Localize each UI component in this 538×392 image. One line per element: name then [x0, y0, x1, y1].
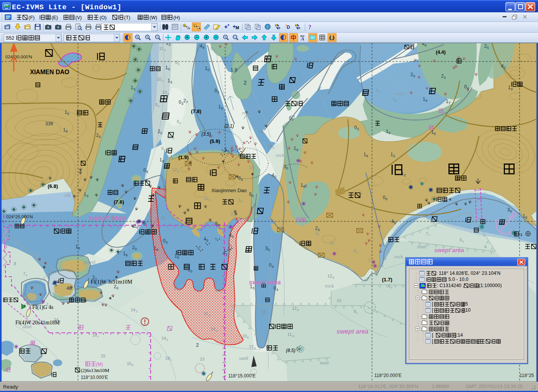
svg-text:118°10.000'E: 118°10.000'E	[81, 375, 108, 380]
svg-text:1: 1	[123, 251, 126, 256]
svg-text:(4.4): (4.4)	[436, 50, 446, 55]
svg-text:]:14: ]:14	[455, 332, 463, 338]
svg-text:11: 11	[287, 332, 292, 337]
svg-text:18: 18	[165, 356, 170, 360]
svg-text:0: 0	[136, 226, 138, 229]
svg-text:swept area: swept area	[337, 328, 369, 335]
svg-text:5: 5	[147, 212, 149, 217]
svg-text:3: 3	[164, 48, 166, 52]
svg-text:2: 2	[46, 302, 48, 307]
svg-text:4: 4	[48, 304, 50, 308]
svg-text:8: 8	[177, 170, 179, 173]
svg-text:5: 5	[206, 239, 208, 243]
svg-text:]:10: ]:10	[463, 307, 471, 313]
svg-text:14: 14	[267, 144, 272, 148]
svg-text:14: 14	[161, 336, 166, 341]
svg-text:0: 0	[274, 286, 276, 291]
svg-text:5: 5	[114, 218, 116, 221]
svg-text:5: 5	[55, 283, 57, 287]
svg-text:3: 3	[166, 338, 168, 342]
svg-text:5: 5	[224, 147, 227, 153]
svg-text:(O): (O)	[100, 15, 106, 20]
svg-text:11: 11	[159, 46, 163, 51]
svg-text:1: 1	[63, 127, 66, 133]
svg-text:8: 8	[14, 261, 16, 266]
svg-text:1: 1	[393, 97, 395, 101]
svg-text:3: 3	[315, 231, 317, 235]
svg-text:12: 12	[249, 344, 254, 349]
svg-text:(7.6): (7.6)	[114, 199, 124, 205]
svg-text:6: 6	[224, 60, 226, 63]
svg-text:16: 16	[92, 333, 97, 337]
svg-text:0: 0	[116, 286, 118, 290]
svg-text:swept area: swept area	[88, 214, 126, 222]
svg-text:339: 339	[45, 121, 53, 126]
svg-text:1: 1	[170, 358, 172, 362]
svg-text:4: 4	[223, 250, 226, 256]
svg-text:8: 8	[254, 347, 256, 350]
svg-text:3: 3	[217, 90, 219, 94]
svg-text:Fl(4)W 20s41m18M: Fl(4)W 20s41m18M	[15, 320, 60, 326]
svg-text:mud: mud	[320, 360, 329, 365]
svg-text:5: 5	[510, 209, 512, 213]
svg-text:4: 4	[391, 219, 394, 224]
svg-text:1: 1	[431, 130, 434, 135]
svg-text:5: 5	[164, 218, 166, 221]
svg-text:2: 2	[96, 133, 99, 138]
svg-text:3: 3	[284, 164, 286, 169]
svg-text:mud: mud	[396, 91, 405, 96]
svg-text:9: 9	[164, 148, 166, 152]
svg-text:4: 4	[501, 63, 504, 69]
svg-text:2: 2	[484, 43, 487, 49]
svg-text:0: 0	[190, 269, 192, 273]
svg-text:4: 4	[272, 173, 274, 178]
svg-text:0: 0	[162, 159, 164, 163]
svg-text:gravel: gravel	[83, 259, 96, 265]
svg-text:24: 24	[54, 317, 58, 322]
svg-text:(7.8): (7.8)	[191, 108, 201, 114]
svg-text:0: 0	[330, 241, 333, 245]
svg-text:4: 4	[272, 265, 274, 269]
svg-text:2: 2	[92, 275, 95, 280]
svg-text:9: 9	[158, 105, 159, 108]
svg-text:2: 2	[378, 90, 380, 93]
svg-text:6: 6	[268, 248, 270, 252]
svg-text:8: 8	[209, 314, 211, 317]
svg-text:(1.9): (1.9)	[178, 154, 189, 160]
svg-text:3: 3	[252, 286, 254, 290]
svg-text:1: 1	[84, 192, 86, 197]
svg-text:1: 1	[154, 246, 156, 251]
svg-text:3: 3	[272, 146, 274, 149]
svg-text:2: 2	[158, 129, 160, 134]
svg-text:3: 3	[256, 214, 258, 217]
svg-text:2: 2	[315, 226, 318, 231]
svg-text:8: 8	[126, 253, 128, 257]
svg-text:: C1314240 ,: : C1314240 ,	[437, 283, 464, 288]
svg-text:3: 3	[520, 233, 522, 237]
svg-text:8: 8	[292, 334, 294, 338]
svg-text:10: 10	[157, 77, 161, 81]
svg-text:1: 1	[356, 311, 358, 315]
svg-text:8: 8	[177, 256, 179, 259]
svg-text:1: 1	[423, 96, 425, 102]
svg-text:4: 4	[25, 274, 27, 277]
svg-text:3: 3	[59, 320, 61, 323]
svg-text:12: 12	[168, 135, 172, 139]
svg-text:2: 2	[357, 127, 359, 131]
svg-text:5: 5	[394, 221, 396, 225]
svg-text:1: 1	[294, 146, 296, 151]
svg-text:3: 3	[232, 78, 234, 81]
svg-text:4: 4	[433, 221, 435, 225]
svg-text:: 5.0 - 10.0: : 5.0 - 10.0	[446, 277, 468, 282]
svg-text:Xiaojinmen Dao: Xiaojinmen Dao	[211, 188, 247, 193]
svg-text:1: 1	[131, 85, 133, 90]
svg-text:3: 3	[111, 215, 114, 220]
svg-text:swept area: swept area	[434, 247, 464, 253]
svg-text:9: 9	[413, 74, 415, 78]
svg-text:6: 6	[525, 216, 527, 219]
svg-text:7: 7	[428, 234, 430, 237]
svg-text:4: 4	[179, 121, 181, 125]
svg-text:1: 1	[218, 104, 221, 110]
svg-text:3: 3	[86, 194, 88, 198]
svg-text:0: 0	[179, 100, 181, 105]
